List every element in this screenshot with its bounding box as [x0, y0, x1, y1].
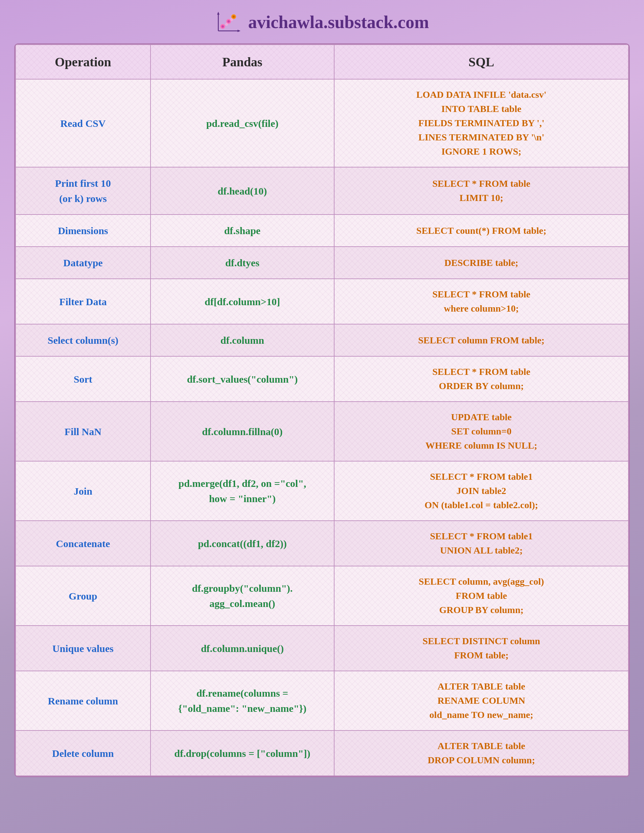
cell-pandas: df[df.column>10] [151, 279, 334, 324]
table-row: Delete columndf.drop(columns = ["column"… [16, 730, 628, 776]
cell-operation: Sort [16, 356, 151, 402]
table-row: Concatenatepd.concat((df1, df2))SELECT *… [16, 521, 628, 566]
table-row: Groupdf.groupby("column"). agg_col.mean(… [16, 566, 628, 626]
cell-operation: Dimensions [16, 214, 151, 247]
site-title: avichawla.substack.com [248, 12, 429, 32]
cell-pandas: pd.merge(df1, df2, on ="col", how = "inn… [151, 461, 334, 521]
cell-pandas: df.column [151, 324, 334, 356]
table-row: Read CSVpd.read_csv(file)LOAD DATA INFIL… [16, 79, 628, 167]
cell-sql: ALTER TABLE table RENAME COLUMN old_name… [334, 671, 628, 730]
svg-point-10 [225, 23, 228, 26]
cell-sql: DESCRIBE table; [334, 247, 628, 279]
cell-sql: UPDATE table SET column=0 WHERE column I… [334, 402, 628, 461]
table-row: Fill NaNdf.column.fillna(0)UPDATE table … [16, 402, 628, 461]
cell-sql: SELECT count(*) FROM table; [334, 214, 628, 247]
cell-operation: Select column(s) [16, 324, 151, 356]
col-header-pandas: Pandas [151, 45, 334, 79]
cell-sql: ALTER TABLE table DROP COLUMN column; [334, 730, 628, 776]
col-header-sql: SQL [334, 45, 628, 79]
cell-pandas: df.column.unique() [151, 626, 334, 671]
cell-pandas: df.head(10) [151, 167, 334, 214]
svg-point-5 [222, 26, 224, 28]
table-row: Sortdf.sort_values("column")SELECT * FRO… [16, 356, 628, 402]
cell-operation: Rename column [16, 671, 151, 730]
cell-operation: Join [16, 461, 151, 521]
svg-point-9 [232, 16, 235, 18]
cell-pandas: pd.read_csv(file) [151, 79, 334, 167]
table-row: Unique valuesdf.column.unique()SELECT DI… [16, 626, 628, 671]
cell-operation: Group [16, 566, 151, 626]
cell-sql: SELECT * FROM table ORDER BY column; [334, 356, 628, 402]
cell-sql: SELECT * FROM table1 UNION ALL table2; [334, 521, 628, 566]
cell-pandas: df.sort_values("column") [151, 356, 334, 402]
cell-operation: Read CSV [16, 79, 151, 167]
cell-operation: Print first 10 (or k) rows [16, 167, 151, 214]
cell-pandas: pd.concat((df1, df2)) [151, 521, 334, 566]
cell-sql: SELECT DISTINCT column FROM table; [334, 626, 628, 671]
col-header-operation: Operation [16, 45, 151, 79]
header: avichawla.substack.com [215, 10, 429, 34]
logo-icon [215, 10, 242, 34]
table-row: Joinpd.merge(df1, df2, on ="col", how = … [16, 461, 628, 521]
svg-marker-2 [217, 11, 220, 14]
cell-operation: Filter Data [16, 279, 151, 324]
cell-pandas: df.dtyes [151, 247, 334, 279]
cell-operation: Delete column [16, 730, 151, 776]
cell-pandas: df.shape [151, 214, 334, 247]
comparison-table: Operation Pandas SQL Read CSVpd.read_csv… [14, 43, 630, 777]
cell-pandas: df.drop(columns = ["column"]) [151, 730, 334, 776]
cell-sql: LOAD DATA INFILE 'data.csv' INTO TABLE t… [334, 79, 628, 167]
table-row: Rename columndf.rename(columns = {"old_n… [16, 671, 628, 730]
table-header-row: Operation Pandas SQL [16, 45, 628, 79]
cell-sql: SELECT * FROM table where column>10; [334, 279, 628, 324]
cell-operation: Fill NaN [16, 402, 151, 461]
cell-pandas: df.rename(columns = {"old_name": "new_na… [151, 671, 334, 730]
cell-sql: SELECT column FROM table; [334, 324, 628, 356]
cell-pandas: df.groupby("column"). agg_col.mean() [151, 566, 334, 626]
cell-sql: SELECT * FROM table1 JOIN table2 ON (tab… [334, 461, 628, 521]
svg-point-7 [227, 20, 230, 23]
cell-operation: Unique values [16, 626, 151, 671]
table-row: Print first 10 (or k) rowsdf.head(10)SEL… [16, 167, 628, 214]
table-row: Filter Datadf[df.column>10]SELECT * FROM… [16, 279, 628, 324]
cell-operation: Datatype [16, 247, 151, 279]
cell-sql: SELECT column, avg(agg_col) FROM table G… [334, 566, 628, 626]
cell-sql: SELECT * FROM table LIMIT 10; [334, 167, 628, 214]
table-row: Datatypedf.dtyesDESCRIBE table; [16, 247, 628, 279]
svg-marker-3 [238, 30, 241, 32]
table-row: Dimensionsdf.shapeSELECT count(*) FROM t… [16, 214, 628, 247]
svg-point-11 [230, 18, 233, 21]
cell-pandas: df.column.fillna(0) [151, 402, 334, 461]
cell-operation: Concatenate [16, 521, 151, 566]
table-row: Select column(s)df.columnSELECT column F… [16, 324, 628, 356]
